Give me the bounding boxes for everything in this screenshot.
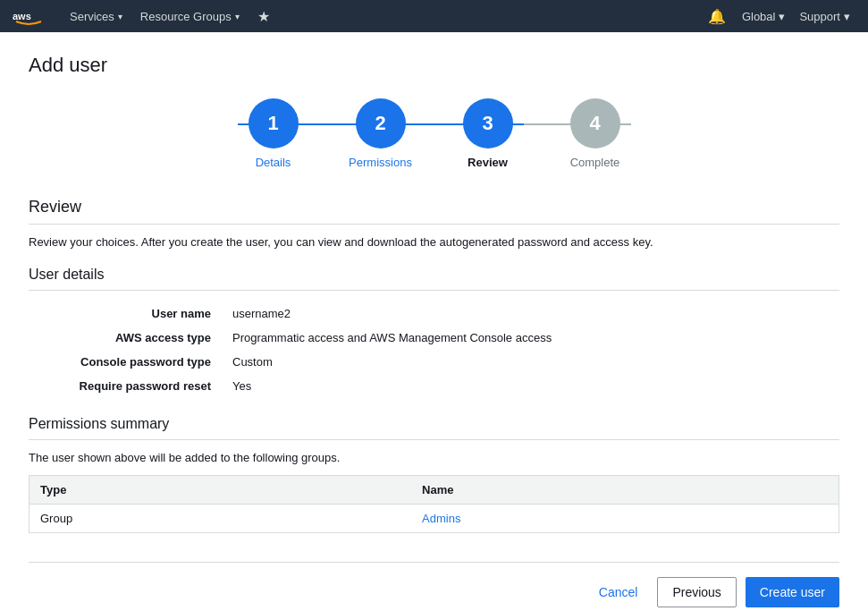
permissions-description: The user shown above will be added to th… — [29, 451, 839, 464]
field-label-password-type: Console password type — [29, 350, 225, 374]
user-details-title: User details — [29, 267, 839, 283]
step-4-label: Complete — [570, 156, 620, 169]
step-2-label[interactable]: Permissions — [349, 156, 412, 169]
field-value-access-type: Programmatic access and AWS Management C… — [225, 326, 839, 350]
step-1-details[interactable]: 1 Details — [220, 98, 327, 169]
permission-name-cell[interactable]: Admins — [411, 505, 839, 533]
col-header-type: Type — [29, 476, 412, 505]
user-details-divider — [29, 290, 839, 291]
resource-groups-chevron-icon: ▾ — [235, 12, 240, 21]
services-chevron-icon: ▾ — [118, 12, 122, 21]
navigation-bar: aws Services ▾ Resource Groups ▾ ★ 🔔 Glo… — [0, 0, 868, 32]
services-menu[interactable]: Services ▾ — [61, 0, 131, 32]
create-user-button[interactable]: Create user — [746, 577, 839, 607]
step-1-circle: 1 — [249, 98, 299, 149]
field-label-access-type: AWS access type — [29, 326, 225, 350]
field-value-username: username2 — [225, 301, 839, 326]
resource-groups-menu[interactable]: Resource Groups ▾ — [131, 0, 249, 32]
step-3-label: Review — [468, 156, 508, 169]
pin-icon-button[interactable]: ★ — [249, 0, 279, 32]
permissions-table-body: Group Admins — [29, 505, 839, 533]
field-value-password-type: Custom — [225, 350, 839, 374]
review-divider — [29, 224, 839, 225]
step-3-review: 3 Review — [434, 98, 542, 169]
field-label-username: User name — [29, 301, 225, 326]
main-content: Add user 1 Details 2 Permissions 3 Revie… — [0, 32, 868, 611]
permissions-section-title: Permissions summary — [29, 416, 839, 432]
nav-right-section: 🔔 Global ▾ Support ▾ — [699, 8, 857, 25]
user-details-table: User name username2 AWS access type Prog… — [29, 301, 839, 398]
permissions-divider — [29, 439, 839, 440]
review-section-title: Review — [29, 198, 839, 216]
footer-actions: Cancel Previous Create user — [29, 562, 839, 607]
permissions-table-head: Type Name — [29, 476, 839, 505]
field-label-password-reset: Require password reset — [29, 374, 225, 398]
table-row: Require password reset Yes — [29, 374, 839, 398]
region-chevron-icon: ▾ — [779, 10, 785, 23]
notifications-bell-icon[interactable]: 🔔 — [699, 8, 735, 25]
step-2-circle: 2 — [356, 98, 406, 149]
aws-logo[interactable]: aws — [11, 5, 46, 27]
step-4-complete: 4 Complete — [542, 98, 649, 169]
table-row: User name username2 — [29, 301, 839, 326]
table-row: AWS access type Programmatic access and … — [29, 326, 839, 350]
step-1-label[interactable]: Details — [256, 156, 291, 169]
support-chevron-icon: ▾ — [844, 10, 850, 23]
step-4-circle: 4 — [570, 98, 620, 149]
support-menu[interactable]: Support ▾ — [792, 10, 857, 23]
field-value-password-reset: Yes — [225, 374, 839, 398]
col-header-name: Name — [411, 476, 839, 505]
region-selector[interactable]: Global ▾ — [735, 10, 793, 23]
table-header-row: Type Name — [29, 476, 839, 505]
table-row: Group Admins — [29, 505, 839, 533]
previous-button[interactable]: Previous — [657, 577, 736, 607]
table-row: Console password type Custom — [29, 350, 839, 374]
permissions-table: Type Name Group Admins — [29, 475, 839, 533]
step-3-circle: 3 — [463, 98, 513, 149]
svg-text:aws: aws — [13, 11, 31, 21]
permission-type-cell: Group — [29, 505, 412, 533]
step-2-permissions[interactable]: 2 Permissions — [327, 98, 434, 169]
page-title: Add user — [29, 54, 839, 77]
wizard-stepper: 1 Details 2 Permissions 3 Review 4 Compl… — [29, 98, 839, 169]
cancel-button[interactable]: Cancel — [588, 577, 649, 607]
review-description: Review your choices. After you create th… — [29, 235, 839, 249]
